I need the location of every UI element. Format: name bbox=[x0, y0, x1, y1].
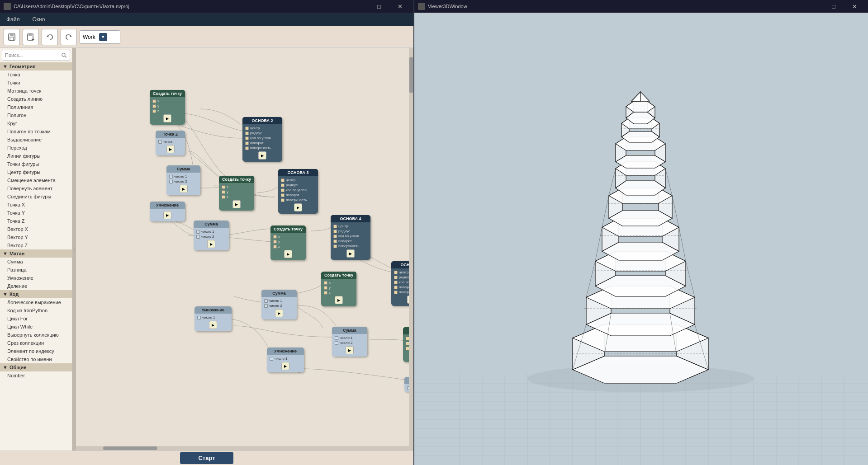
sidebar-item-px[interactable]: Точка X bbox=[0, 201, 72, 209]
run-button[interactable]: ▶ bbox=[294, 203, 302, 211]
sidebar-item-extrude[interactable]: Выдавливание bbox=[0, 136, 72, 144]
node-umnozhenie1[interactable]: Умножение ▶ bbox=[150, 202, 185, 221]
minimize-button[interactable]: — bbox=[348, 0, 368, 13]
node-osnova2[interactable]: ОСНОВА 2 центр радиус кол во углов повор… bbox=[242, 117, 282, 162]
canvas-y-scrollbar[interactable] bbox=[409, 48, 413, 451]
close-button[interactable]: ✕ bbox=[390, 0, 410, 13]
sidebar-item-polygon[interactable]: Полигон bbox=[0, 111, 72, 119]
save-button[interactable] bbox=[4, 29, 20, 45]
node-osnova4[interactable]: ОСНОВА 4 центр радиус кол во углов повор… bbox=[331, 215, 370, 260]
sidebar-item-div[interactable]: Деление bbox=[0, 282, 72, 290]
run-button[interactable]: ▶ bbox=[209, 321, 217, 329]
port-radius bbox=[281, 183, 285, 187]
sidebar-item-tochka[interactable]: Точка bbox=[0, 70, 72, 79]
run-button[interactable]: ▶ bbox=[166, 145, 175, 153]
viewer-minimize-button[interactable]: — bbox=[803, 0, 823, 13]
search-input[interactable] bbox=[5, 52, 61, 58]
app-title: CA\Users\Admin\Desktop\VC\Скрипты\Лахта.… bbox=[14, 4, 129, 9]
sidebar-item-fig-points[interactable]: Точки фигуры bbox=[0, 160, 72, 168]
sidebar-item-sum[interactable]: Сумма bbox=[0, 258, 72, 266]
category-geometry-label: Геометрия bbox=[9, 64, 36, 69]
node-create-point-2[interactable]: Создать точку x y z ▶ bbox=[219, 176, 254, 211]
port-z bbox=[152, 109, 156, 113]
node-umnozhenie2[interactable]: Умножение число 1 ▶ bbox=[194, 306, 232, 331]
workflow-dropdown[interactable]: Work ▼ bbox=[80, 30, 120, 44]
port-n2 bbox=[196, 235, 200, 239]
sidebar-item-vx[interactable]: Вектор X bbox=[0, 225, 72, 233]
save-as-button[interactable] bbox=[23, 29, 39, 45]
maximize-button[interactable]: □ bbox=[369, 0, 389, 13]
sidebar-item-center[interactable]: Центр фигуры bbox=[0, 168, 72, 176]
sidebar-item-join[interactable]: Соединить фигуры bbox=[0, 193, 72, 201]
node-summa3[interactable]: Сумма число 1 число 2 ▶ bbox=[261, 290, 297, 319]
node-summa4[interactable]: Сумма число 1 число 2 ▶ bbox=[332, 327, 367, 357]
category-math[interactable]: ▼ Матан bbox=[0, 249, 72, 258]
run-button[interactable]: ▶ bbox=[275, 309, 283, 317]
sidebar-item-pz[interactable]: Точка Z bbox=[0, 217, 72, 225]
svg-rect-10 bbox=[414, 13, 868, 465]
sidebar-item-by-index[interactable]: Элемент по индексу bbox=[0, 347, 72, 355]
sidebar-item-create-line[interactable]: Создать линию bbox=[0, 95, 72, 103]
canvas-x-scrollbar[interactable] bbox=[76, 446, 413, 451]
sidebar-item-vy[interactable]: Вектор Y bbox=[0, 233, 72, 241]
sidebar-item-slice[interactable]: Срез коллекции bbox=[0, 339, 72, 347]
viewer-window: Viewer3DWindow — □ ✕ bbox=[414, 0, 868, 465]
viewer-close-button[interactable]: ✕ bbox=[844, 0, 864, 13]
node-create-point-4[interactable]: Создать точку x y z ▶ bbox=[321, 272, 356, 306]
run-button[interactable]: ▶ bbox=[232, 200, 241, 208]
sidebar-item-while[interactable]: Цикл While bbox=[0, 323, 72, 331]
category-code[interactable]: ▼ Код bbox=[0, 290, 72, 298]
canvas-area[interactable]: Создать точку x y z ▶ ОСНОВА 2 центр рад… bbox=[76, 48, 413, 451]
canvas-x-thumb bbox=[103, 446, 157, 450]
sidebar-item-ironpython[interactable]: Код из IronPython bbox=[0, 306, 72, 315]
sidebar-item-py[interactable]: Точка Y bbox=[0, 209, 72, 217]
sidebar-item-tochki[interactable]: Точки bbox=[0, 79, 72, 87]
run-button[interactable]: ▶ bbox=[281, 362, 289, 370]
sidebar-resize-handle[interactable]: ⋮ bbox=[72, 48, 76, 451]
sidebar-item-mul[interactable]: Умножение bbox=[0, 274, 72, 282]
sidebar-item-by-name[interactable]: Свойство по имени bbox=[0, 355, 72, 363]
sidebar-item-polyline[interactable]: Полилиния bbox=[0, 103, 72, 111]
run-button[interactable]: ▶ bbox=[335, 296, 343, 304]
sidebar-item-reverse[interactable]: Вывернуть коллекцию bbox=[0, 331, 72, 339]
run-button[interactable]: ▶ bbox=[346, 249, 355, 258]
menu-window[interactable]: Окно bbox=[30, 14, 48, 24]
sidebar-item-logic[interactable]: Логическое выражение bbox=[0, 298, 72, 306]
sidebar-item-offset[interactable]: Смещение элемента bbox=[0, 176, 72, 184]
undo-button[interactable] bbox=[42, 29, 58, 45]
sidebar-item-transition[interactable]: Переход bbox=[0, 144, 72, 152]
menu-file[interactable]: Файл bbox=[4, 14, 23, 24]
run-button[interactable]: ▶ bbox=[180, 185, 188, 193]
port-radius bbox=[245, 132, 249, 135]
node-umnozhenie3[interactable]: Умножение число 1 ▶ bbox=[267, 348, 304, 372]
redo-button[interactable] bbox=[61, 29, 77, 45]
run-button[interactable]: ▶ bbox=[207, 240, 215, 248]
node-tochka-z[interactable]: Точка Z точка ▶ bbox=[156, 131, 185, 155]
port-angles bbox=[245, 136, 249, 140]
category-geometry[interactable]: ▼ Геометрия bbox=[0, 62, 72, 70]
category-common[interactable]: ▼ Общие bbox=[0, 363, 72, 371]
sidebar-item-number[interactable]: Number bbox=[0, 371, 72, 380]
sidebar-item-rotate[interactable]: Повернуть элемент bbox=[0, 184, 72, 193]
sidebar-item-polygon-pts[interactable]: Полигон по точкам bbox=[0, 127, 72, 136]
node-create-point-3[interactable]: Создать точку x y z ▶ bbox=[270, 225, 306, 260]
run-button[interactable]: ▶ bbox=[163, 114, 171, 122]
sidebar-item-vz[interactable]: Вектор Z bbox=[0, 241, 72, 249]
node-summa1[interactable]: Сумма число 1 число 2 ▶ bbox=[166, 165, 200, 195]
sidebar-item-for[interactable]: Цикл For bbox=[0, 315, 72, 323]
run-button[interactable]: ▶ bbox=[258, 151, 266, 160]
sidebar-item-matrix[interactable]: Матрица точек bbox=[0, 87, 72, 95]
node-summa2[interactable]: Сумма число 1 число 2 ▶ bbox=[194, 221, 229, 250]
sidebar-item-diff[interactable]: Разница bbox=[0, 266, 72, 274]
viewer-3d-content[interactable] bbox=[414, 13, 868, 465]
sidebar-item-circle[interactable]: Круг bbox=[0, 119, 72, 127]
run-button[interactable]: ▶ bbox=[163, 211, 171, 219]
viewer-maximize-button[interactable]: □ bbox=[824, 0, 844, 13]
sidebar-item-lines[interactable]: Линии фигуры bbox=[0, 152, 72, 160]
node-osnova3[interactable]: ОСНОВА 3 центр радиус кол во углов повор… bbox=[278, 169, 318, 214]
node-create-point-1[interactable]: Создать точку x y z ▶ bbox=[150, 90, 185, 125]
run-button[interactable]: ▶ bbox=[284, 250, 292, 258]
run-button[interactable]: ▶ bbox=[346, 346, 354, 354]
start-button[interactable]: Старт bbox=[180, 452, 233, 464]
toolbar: Work ▼ bbox=[0, 26, 413, 48]
